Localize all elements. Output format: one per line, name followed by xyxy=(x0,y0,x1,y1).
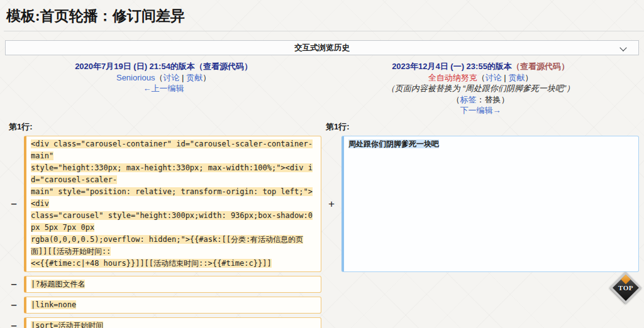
next-edit-link[interactable]: 下一编辑→ xyxy=(460,106,501,115)
deleted-marker: − xyxy=(5,299,23,311)
diff-row: −|link=none xyxy=(5,297,639,314)
diff-rows-host: −|?标题图文件名−|link=none−|sort=活动开始时间−|order… xyxy=(5,276,639,328)
paren: ） xyxy=(203,73,211,82)
deleted-marker: − xyxy=(5,278,23,290)
previous-edit-link[interactable]: ←上一编辑 xyxy=(143,84,184,93)
empty-cell xyxy=(341,297,639,314)
old-user-link[interactable]: Seniorious xyxy=(116,73,155,82)
colon: ： xyxy=(477,95,485,104)
top-button-label: TOP xyxy=(609,271,642,304)
paren: （ xyxy=(452,95,460,104)
deleted-code-box: <div class="carousel-container" id="caro… xyxy=(24,136,321,272)
old-revision-date-link[interactable]: 2020年7月19日 (日) 21:54的版本 xyxy=(75,62,195,71)
new-line-header: 第1行: xyxy=(322,121,639,133)
tags-link[interactable]: 标签 xyxy=(460,95,477,104)
line-header-row: 第1行: 第1行: xyxy=(5,121,639,133)
edit-summary: （页面内容被替换为 “周处跟你们阴脚爹死一块吧”） xyxy=(387,84,574,93)
empty-cell xyxy=(341,317,639,328)
diff-body: 第1行: 第1行: − <div class="carousel-contain… xyxy=(5,121,639,328)
deleted-text: |?标题图文件名 xyxy=(31,280,85,288)
new-user-link[interactable]: 全自动纳努克 xyxy=(428,73,477,82)
diff-header-area: 2020年7月19日 (日) 21:54的版本（查看源代码） Senioriou… xyxy=(5,61,639,116)
revision-slider-label: 交互式浏览历史 xyxy=(294,43,350,53)
revision-slider-toggle[interactable]: 交互式浏览历史 xyxy=(5,40,639,55)
old-line-header: 第1行: xyxy=(5,121,322,133)
new-revision-header: 2023年12月4日 (一) 23:55的版本（查看源代码） 全自动纳努克（讨论… xyxy=(322,61,639,116)
deleted-marker: − xyxy=(5,198,23,210)
page-title: 模板:首页轮播：修订间差异 xyxy=(4,5,644,31)
deleted-text: |link=none xyxy=(31,300,76,309)
diff-row-main: − <div class="carousel-container" id="ca… xyxy=(5,136,639,272)
deleted-line-box: |link=none xyxy=(24,297,321,314)
tag-value: 替换 xyxy=(485,95,501,104)
new-user-contribs-link[interactable]: 贡献 xyxy=(508,73,525,82)
paren: ） xyxy=(501,95,509,104)
deleted-line-box: |?标题图文件名 xyxy=(24,276,321,293)
added-text: 周处跟你们阴脚爹死一块吧 xyxy=(348,139,439,148)
old-user-contribs-link[interactable]: 贡献 xyxy=(186,73,203,82)
new-user-talk-link[interactable]: 讨论 xyxy=(486,73,502,82)
separator: | xyxy=(179,73,186,82)
paren: ） xyxy=(525,73,533,82)
diff-page: 模板:首页轮播：修订间差异 交互式浏览历史 2020年7月19日 (日) 21:… xyxy=(0,0,644,328)
new-revision-date-link[interactable]: 2023年12月4日 (一) 23:55的版本 xyxy=(392,62,512,71)
deleted-marker: − xyxy=(5,320,23,328)
added-marker: + xyxy=(323,198,340,210)
separator: | xyxy=(502,73,509,82)
paren: （ xyxy=(155,73,163,82)
paren: （ xyxy=(477,73,486,82)
back-to-top-button[interactable]: TOP xyxy=(609,271,642,304)
diff-row: −|sort=活动开始时间 xyxy=(5,317,639,328)
old-view-source-link[interactable]: （查看源代码） xyxy=(195,62,252,71)
diff-row: −|?标题图文件名 xyxy=(5,276,639,293)
deleted-line-box: |sort=活动开始时间 xyxy=(24,317,321,328)
old-revision-header: 2020年7月19日 (日) 21:54的版本（查看源代码） Senioriou… xyxy=(5,61,322,116)
added-line-box: 周处跟你们阴脚爹死一块吧 xyxy=(341,136,639,272)
new-view-source-link[interactable]: （查看源代码） xyxy=(512,62,569,71)
old-user-talk-link[interactable]: 讨论 xyxy=(163,73,179,82)
empty-cell xyxy=(341,276,639,293)
deleted-text: |sort=活动开始时间 xyxy=(31,321,103,328)
chevron-down-icon[interactable] xyxy=(619,44,626,51)
